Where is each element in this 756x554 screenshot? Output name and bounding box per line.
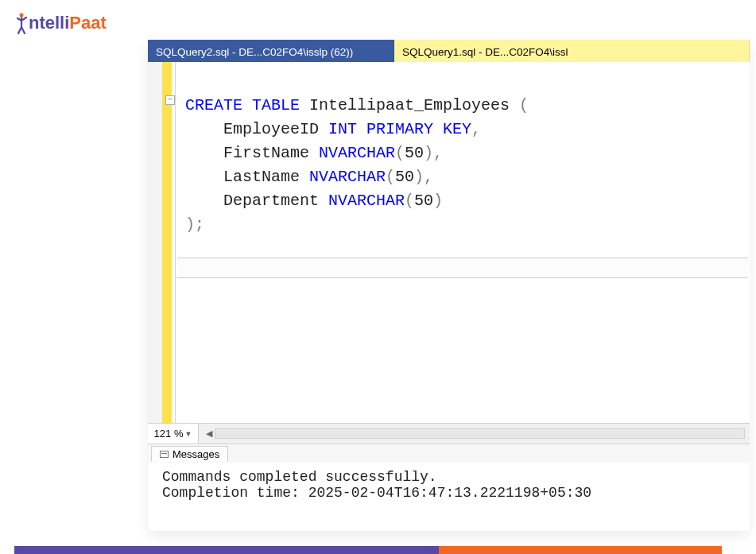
chevron-down-icon: ▼	[184, 430, 192, 438]
zoom-value: 121 %	[154, 428, 184, 440]
logo-text-intelli: ntelli	[29, 13, 69, 33]
intellipaat-figure-icon	[14, 11, 30, 35]
cursor-line	[177, 258, 748, 278]
code-line: FirstName NVARCHAR(50),	[185, 141, 750, 165]
logo-text-paat: Paat	[69, 13, 106, 33]
tab-sqlquery1[interactable]: SQLQuery1.sql - DE...C02FO4\issl	[394, 40, 750, 62]
brand-logo: ntelliPaat	[14, 11, 107, 35]
sql-editor[interactable]: − CREATE TABLE Intellipaat_Employees ( E…	[148, 62, 750, 423]
messages-tab-label: Messages	[173, 448, 219, 460]
code-line: LastName NVARCHAR(50),	[185, 165, 750, 189]
code-area[interactable]: − CREATE TABLE Intellipaat_Employees ( E…	[175, 62, 750, 423]
svg-point-0	[20, 14, 24, 17]
document-tab-bar: SQLQuery2.sql - DE...C02FO4\isslp (62)) …	[148, 40, 750, 62]
code-line: EmployeeID INT PRIMARY KEY,	[185, 118, 750, 141]
messages-tab[interactable]: Messages	[151, 446, 228, 462]
horizontal-scrollbar[interactable]: ◀	[199, 424, 750, 444]
code-line: CREATE TABLE Intellipaat_Employees (	[185, 94, 750, 118]
code-line: );	[185, 213, 750, 237]
code-line: Department NVARCHAR(50)	[185, 189, 750, 213]
tab-sqlquery2[interactable]: SQLQuery2.sql - DE...C02FO4\isslp (62))	[148, 40, 394, 62]
decorative-footer-bar	[14, 546, 722, 554]
fold-toggle-icon[interactable]: −	[165, 95, 175, 105]
scrollbar-track[interactable]	[215, 428, 745, 439]
editor-status-bar: 121 % ▼ ◀	[148, 423, 750, 444]
editor-gutter	[148, 62, 175, 423]
scroll-left-icon[interactable]: ◀	[204, 428, 215, 439]
zoom-level-dropdown[interactable]: 121 % ▼	[148, 424, 199, 444]
output-line-1: Commands completed successfully.	[162, 469, 746, 485]
messages-output: Commands completed successfully. Complet…	[148, 463, 750, 531]
output-line-3: Completion time: 2025-02-04T16:47:13.222…	[162, 485, 746, 501]
messages-icon	[160, 451, 169, 458]
output-tab-bar: Messages	[148, 444, 750, 463]
ide-window: SQLQuery2.sql - DE...C02FO4\isslp (62)) …	[148, 40, 750, 531]
